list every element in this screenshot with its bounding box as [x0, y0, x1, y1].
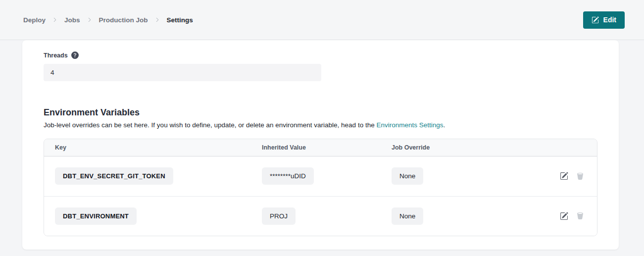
- table-row: DBT_ENVIRONMENT PROJ None: [44, 196, 597, 236]
- env-var-inherited-value: ********uDID: [262, 167, 314, 185]
- edit-row-icon[interactable]: [560, 172, 568, 180]
- breadcrumb-item-deploy[interactable]: Deploy: [23, 16, 46, 24]
- env-var-key: DBT_ENVIRONMENT: [55, 207, 137, 225]
- table-header-row: Key Inherited Value Job Override: [44, 139, 597, 156]
- env-var-job-override: None: [392, 207, 423, 225]
- description-text: Job-level overrides can be set here. If …: [44, 121, 376, 129]
- environment-variables-title: Environment Variables: [44, 107, 597, 118]
- breadcrumb: Deploy Jobs Production Job Settings: [23, 16, 193, 24]
- env-var-key: DBT_ENV_SECRET_GIT_TOKEN: [55, 167, 173, 185]
- delete-row-icon[interactable]: [576, 212, 584, 220]
- threads-field: Threads 4: [44, 51, 597, 81]
- breadcrumb-item-settings: Settings: [167, 16, 193, 24]
- environment-variables-section: Environment Variables Job-level override…: [44, 107, 597, 236]
- edit-button-label: Edit: [603, 16, 616, 24]
- edit-row-icon[interactable]: [560, 212, 568, 220]
- environment-variables-description: Job-level overrides can be set here. If …: [44, 121, 597, 130]
- delete-row-icon[interactable]: [576, 172, 584, 180]
- topbar: Deploy Jobs Production Job Settings Edit: [0, 0, 644, 40]
- description-period: .: [444, 121, 446, 129]
- threads-label: Threads: [44, 52, 68, 59]
- content: Threads 4 Environment Variables Job-leve…: [0, 40, 644, 256]
- edit-button[interactable]: Edit: [583, 11, 625, 29]
- env-vars-table: Key Inherited Value Job Override DBT_ENV…: [44, 139, 597, 236]
- column-header-key: Key: [44, 144, 262, 151]
- chevron-right-icon: [52, 17, 57, 22]
- help-icon[interactable]: [71, 51, 79, 59]
- column-header-job-override: Job Override: [392, 144, 533, 151]
- chevron-right-icon: [155, 17, 160, 22]
- chevron-right-icon: [87, 17, 92, 22]
- table-row: DBT_ENV_SECRET_GIT_TOKEN ********uDID No…: [44, 156, 597, 196]
- breadcrumb-item-production-job[interactable]: Production Job: [99, 16, 148, 24]
- threads-input: 4: [44, 64, 321, 81]
- column-header-inherited-value: Inherited Value: [262, 144, 392, 151]
- env-var-job-override: None: [392, 167, 423, 185]
- job-settings-card: Threads 4 Environment Variables Job-leve…: [22, 40, 619, 250]
- environments-settings-link[interactable]: Environments Settings: [376, 121, 443, 129]
- env-var-inherited-value: PROJ: [262, 207, 296, 225]
- breadcrumb-item-jobs[interactable]: Jobs: [64, 16, 80, 24]
- edit-icon: [592, 16, 599, 24]
